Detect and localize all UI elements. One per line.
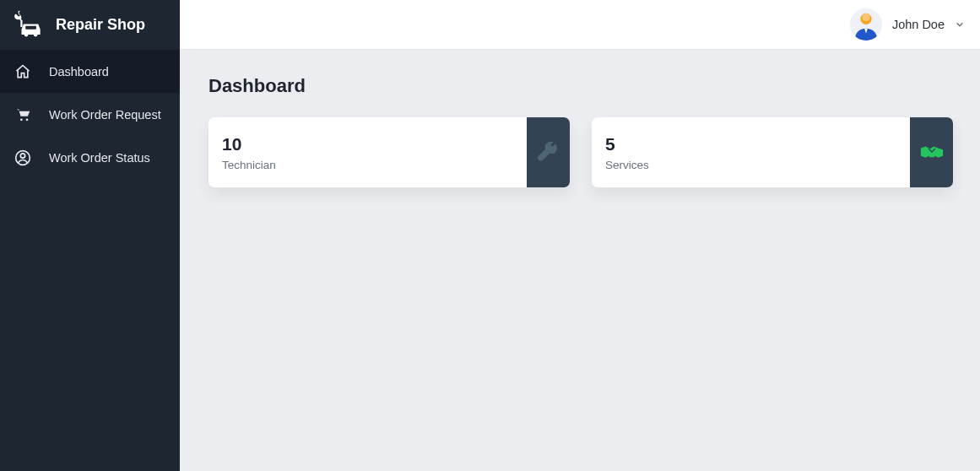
card-label: Technician: [222, 159, 513, 171]
sidebar-item-label: Work Order Status: [49, 151, 150, 165]
cards-row: 10 Technician 5 Services: [208, 117, 953, 187]
cart-icon: [14, 106, 32, 124]
sidebar-item-work-order-status[interactable]: Work Order Status: [0, 136, 180, 179]
chevron-down-icon: [955, 19, 965, 30]
card-technician[interactable]: 10 Technician: [208, 117, 570, 187]
user-name: John Doe: [892, 18, 945, 31]
content: Dashboard 10 Technician 5 Services: [180, 50, 980, 213]
app-name: Repair Shop: [56, 16, 145, 34]
card-value: 10: [222, 133, 513, 154]
sidebar-item-label: Work Order Request: [49, 108, 161, 122]
card-label: Services: [605, 159, 896, 171]
user-menu[interactable]: John Doe: [850, 8, 965, 41]
home-icon: [14, 62, 32, 81]
handshake-icon: [910, 117, 953, 187]
sidebar-item-label: Dashboard: [49, 65, 109, 78]
nav-list: Dashboard Work Order Request Work Orde: [0, 50, 180, 179]
svg-point-4: [20, 153, 24, 157]
sidebar: Repair Shop Dashboard Work Order Request: [0, 0, 180, 471]
card-body: 10 Technician: [208, 117, 527, 187]
avatar: [850, 8, 882, 41]
card-services[interactable]: 5 Services: [592, 117, 953, 187]
sidebar-item-work-order-request[interactable]: Work Order Request: [0, 93, 180, 136]
logo[interactable]: Repair Shop: [0, 0, 180, 50]
topbar: John Doe: [180, 0, 980, 50]
page-title: Dashboard: [208, 75, 953, 97]
main: John Doe Dashboard 10 Technician: [180, 0, 980, 471]
sidebar-item-dashboard[interactable]: Dashboard: [0, 50, 180, 93]
logo-icon: [14, 9, 46, 41]
card-body: 5 Services: [592, 117, 910, 187]
svg-point-2: [26, 118, 29, 121]
svg-point-7: [862, 14, 870, 22]
svg-rect-0: [25, 25, 36, 29]
wrench-icon: [527, 117, 570, 187]
card-value: 5: [605, 133, 896, 154]
svg-point-1: [20, 118, 23, 121]
user-icon: [14, 149, 32, 167]
